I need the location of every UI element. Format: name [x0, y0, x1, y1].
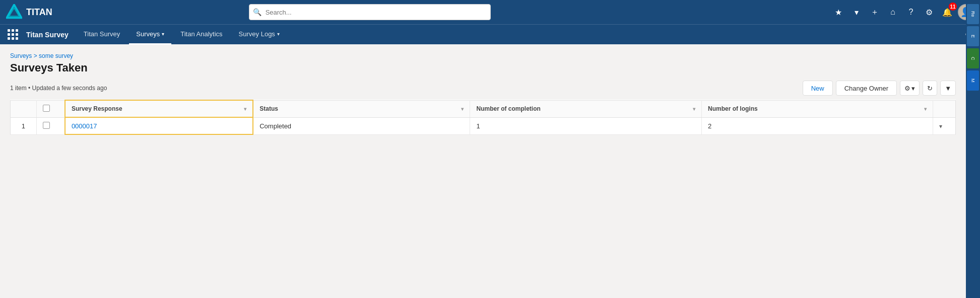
- table-header-row: Survey Response ▾ Status ▾ Number of com…: [11, 100, 956, 117]
- tab-surveys[interactable]: Surveys ▾: [129, 25, 171, 45]
- col-header-survey-response[interactable]: Survey Response ▾: [65, 100, 253, 117]
- breadcrumb: Surveys > some survey: [10, 52, 956, 59]
- surveys-chevron-icon: ▾: [162, 31, 164, 37]
- page-title: Surveys Taken: [10, 61, 956, 74]
- record-count: 1 item • Updated a few seconds ago: [10, 85, 107, 92]
- right-panel-item-e[interactable]: E: [967, 26, 979, 46]
- row-checkbox-cell: [36, 117, 65, 134]
- completion-sort-icon[interactable]: ▾: [693, 106, 695, 112]
- settings-button[interactable]: ⚙: [922, 5, 937, 20]
- search-container: 🔍: [249, 4, 491, 20]
- new-button[interactable]: New: [803, 81, 833, 96]
- toolbar: 1 item • Updated a few seconds ago New C…: [10, 81, 956, 96]
- tab-survey-logs[interactable]: Survey Logs ▾: [232, 25, 287, 45]
- breadcrumb-some-survey-link[interactable]: some survey: [39, 52, 73, 59]
- completion-cell: 1: [470, 117, 701, 134]
- notification-count: 11: [949, 3, 957, 11]
- refresh-button[interactable]: ↻: [923, 81, 937, 96]
- star-button[interactable]: ★: [831, 5, 846, 20]
- col-header-status[interactable]: Status ▾: [253, 100, 470, 117]
- titan-logo: TITAN: [6, 4, 77, 20]
- surveys-table: Survey Response ▾ Status ▾ Number of com…: [10, 100, 956, 135]
- table-row: 1 0000017 Completed 1 2 ▾: [11, 117, 956, 134]
- change-owner-button[interactable]: Change Owner: [836, 81, 897, 96]
- tab-titan-analytics[interactable]: Titan Analytics: [173, 25, 229, 45]
- filter-icon: ▼: [945, 85, 951, 92]
- row-actions-cell: ▾: [933, 117, 956, 134]
- logins-cell: 2: [701, 117, 933, 134]
- home-button[interactable]: ⌂: [885, 5, 900, 20]
- settings-gear-button[interactable]: ⚙ ▾: [900, 81, 920, 96]
- refresh-icon: ↻: [927, 85, 933, 92]
- help-button[interactable]: ?: [903, 5, 919, 20]
- right-panel: Re E C M: [966, 0, 980, 298]
- filter-button[interactable]: ▼: [940, 81, 956, 96]
- add-button[interactable]: ＋: [867, 5, 882, 20]
- row-checkbox[interactable]: [43, 122, 50, 129]
- titan-logo-icon: [6, 4, 22, 20]
- top-nav-right-icons: ★ ▾ ＋ ⌂ ? ⚙ 🔔 11 👤: [831, 4, 974, 20]
- survey-response-link[interactable]: 0000017: [72, 122, 97, 130]
- breadcrumb-surveys-link[interactable]: Surveys: [10, 52, 32, 59]
- top-navigation: TITAN 🔍 ★ ▾ ＋ ⌂ ? ⚙ 🔔 11 👤: [0, 0, 980, 24]
- col-header-check: [36, 100, 65, 117]
- notification-badge-container: 🔔 11: [940, 5, 955, 20]
- col-header-num: [11, 100, 37, 117]
- app-logo-text: TITAN: [26, 7, 52, 18]
- second-navigation: Titan Survey Titan Survey Surveys ▾ Tita…: [0, 24, 980, 44]
- row-number: 1: [11, 117, 37, 134]
- tab-titan-survey[interactable]: Titan Survey: [77, 25, 127, 45]
- survey-response-sort-icon[interactable]: ▾: [244, 106, 246, 112]
- toolbar-actions: New Change Owner ⚙ ▾ ↻ ▼: [803, 81, 956, 96]
- search-input[interactable]: [249, 4, 491, 20]
- header-checkbox[interactable]: [43, 105, 50, 112]
- search-icon: 🔍: [253, 8, 262, 16]
- main-content: Surveys > some survey Surveys Taken 1 it…: [0, 44, 966, 298]
- logins-sort-icon[interactable]: ▾: [924, 106, 927, 112]
- survey-logs-chevron-icon: ▾: [277, 31, 280, 37]
- right-panel-item-m[interactable]: M: [967, 70, 979, 91]
- row-expand-button[interactable]: ▾: [939, 123, 942, 130]
- right-panel-item-re[interactable]: Re: [967, 4, 979, 24]
- col-header-logins[interactable]: Number of logins ▾: [701, 100, 933, 117]
- gear-dropdown-icon: ▾: [911, 85, 915, 92]
- app-name-label: Titan Survey: [24, 31, 75, 39]
- apps-grid-button[interactable]: [4, 26, 22, 44]
- col-header-actions: [933, 100, 956, 117]
- dropdown-button[interactable]: ▾: [849, 5, 864, 20]
- survey-response-cell: 0000017: [65, 117, 253, 134]
- gear-icon: ⚙: [904, 85, 910, 92]
- col-header-completion[interactable]: Number of completion ▾: [470, 100, 701, 117]
- right-panel-item-c[interactable]: C: [967, 48, 979, 68]
- status-sort-icon[interactable]: ▾: [461, 106, 464, 112]
- status-cell: Completed: [253, 117, 470, 134]
